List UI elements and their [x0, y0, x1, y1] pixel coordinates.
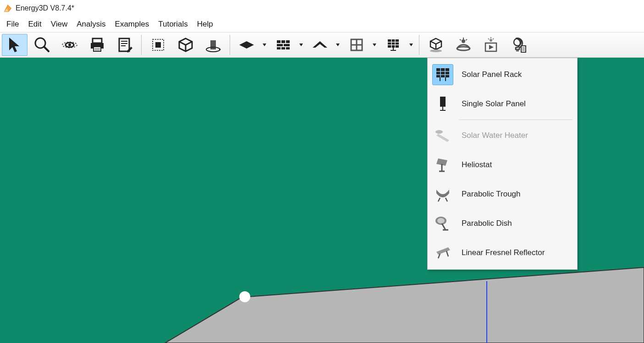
zoom-tool-button[interactable]	[29, 34, 55, 56]
magnifier-icon	[33, 36, 51, 54]
menu-view[interactable]: View	[46, 18, 72, 31]
heliostat-icon	[432, 154, 453, 175]
menu-tutorials[interactable]: Tutorials	[154, 18, 193, 31]
menu-bar: File Edit View Analysis Examples Tutoria…	[0, 16, 644, 32]
wall-tool-button[interactable]	[270, 34, 296, 56]
view-tool-button[interactable]	[57, 34, 83, 56]
foundation-tool-button[interactable]	[234, 34, 259, 56]
dropdown-item-label: Parabolic Trough	[462, 190, 521, 199]
svg-marker-35	[299, 44, 303, 46]
svg-marker-49	[409, 44, 413, 46]
resize-tool-button[interactable]	[145, 34, 171, 56]
cube-tool-button[interactable]	[173, 34, 198, 56]
sun-play-icon	[482, 36, 500, 54]
dropdown-item-solar-panel-rack[interactable]: Solar Panel Rack	[429, 60, 576, 89]
svg-rect-8	[93, 38, 102, 43]
svg-marker-36	[313, 41, 327, 48]
dropdown-item-label: Heliostat	[462, 160, 492, 169]
svg-point-52	[430, 49, 442, 52]
chevron-down-icon	[409, 43, 413, 47]
svg-rect-10	[94, 47, 101, 51]
foundation-icon	[237, 36, 256, 54]
dropdown-item-parabolic-dish[interactable]: Parabolic Dish	[429, 209, 576, 238]
parabolic-trough-icon	[432, 184, 453, 205]
svg-line-55	[460, 39, 461, 40]
dropdown-separator	[459, 120, 572, 120]
dropdown-item-parabolic-trough[interactable]: Parabolic Trough	[429, 180, 576, 209]
dropdown-item-heliostat[interactable]: Heliostat	[429, 150, 576, 180]
cube-icon	[176, 36, 195, 54]
roof-icon	[311, 36, 329, 54]
svg-line-98	[446, 251, 448, 256]
cube-shadow-icon	[427, 36, 445, 54]
energy-tool-button[interactable]	[506, 34, 531, 56]
note-edit-icon	[116, 36, 134, 54]
solar-rack-icon	[432, 64, 453, 85]
solar-panel-icon	[384, 36, 402, 54]
heliodon-tool-button[interactable]	[451, 34, 476, 56]
lightbulb-calc-icon	[509, 36, 528, 54]
solar-tool-button[interactable]	[380, 34, 406, 56]
solar-dropdown-menu: Solar Panel Rack Single Solar Panel Sola…	[427, 58, 578, 270]
shadow-tool-button[interactable]	[423, 34, 449, 56]
svg-marker-63	[489, 45, 494, 49]
window-title: Energy3D V8.7.4*	[16, 4, 74, 12]
svg-rect-22	[210, 40, 216, 49]
svg-rect-42	[388, 39, 399, 48]
dropdown-item-solar-water-heater: Solar Water Heater	[429, 121, 576, 150]
print-tool-button[interactable]	[84, 34, 110, 56]
toolbar-separator	[230, 35, 230, 55]
menu-help[interactable]: Help	[193, 18, 218, 31]
resize-icon	[149, 36, 167, 54]
toolbar-separator	[141, 35, 142, 55]
svg-marker-37	[336, 44, 340, 46]
svg-line-90	[438, 198, 440, 201]
svg-line-56	[466, 39, 467, 40]
svg-point-85	[435, 130, 443, 134]
roof-dropdown-caret[interactable]	[335, 43, 341, 47]
svg-marker-25	[239, 41, 254, 49]
svg-point-7	[68, 44, 71, 46]
svg-point-57	[457, 47, 470, 50]
svg-line-4	[44, 47, 49, 51]
svg-point-73	[239, 291, 250, 302]
svg-marker-26	[263, 44, 266, 46]
svg-point-93	[437, 218, 445, 223]
brick-wall-icon	[274, 36, 292, 54]
svg-marker-96	[436, 247, 450, 255]
app-icon	[3, 3, 13, 13]
svg-rect-19	[155, 42, 161, 48]
chevron-down-icon	[299, 43, 303, 47]
dropdown-item-label: Parabolic Dish	[462, 219, 512, 228]
rotate-tool-button[interactable]	[200, 34, 226, 56]
dropdown-item-label: Linear Fresnel Reflector	[462, 248, 545, 257]
heliodon-icon	[454, 36, 473, 54]
eye-orbit-icon	[61, 36, 79, 54]
dropdown-item-label: Single Solar Panel	[462, 99, 526, 109]
note-tool-button[interactable]	[112, 34, 138, 56]
chevron-down-icon	[372, 43, 377, 47]
svg-marker-86	[436, 134, 449, 142]
window-tool-button[interactable]	[344, 34, 369, 56]
svg-line-91	[446, 198, 447, 201]
wall-dropdown-caret[interactable]	[298, 43, 304, 47]
svg-line-60	[488, 38, 489, 39]
dropdown-item-linear-fresnel[interactable]: Linear Fresnel Reflector	[429, 238, 576, 267]
menu-examples[interactable]: Examples	[110, 18, 154, 31]
printer-icon	[88, 36, 106, 54]
dropdown-item-single-solar-panel[interactable]: Single Solar Panel	[429, 89, 576, 119]
dropdown-item-label: Solar Water Heater	[462, 131, 528, 140]
menu-edit[interactable]: Edit	[23, 18, 46, 31]
svg-rect-13	[119, 38, 129, 51]
roof-tool-button[interactable]	[307, 34, 333, 56]
foundation-dropdown-caret[interactable]	[261, 43, 268, 47]
solar-dropdown-caret[interactable]	[408, 43, 414, 47]
parabolic-dish-icon	[432, 213, 453, 234]
dropdown-item-label: Solar Panel Rack	[462, 70, 522, 79]
window-dropdown-caret[interactable]	[371, 43, 378, 47]
animate-tool-button[interactable]	[478, 34, 504, 56]
solar-water-heater-icon	[432, 125, 453, 146]
select-tool-button[interactable]	[2, 34, 28, 56]
menu-file[interactable]: File	[2, 18, 23, 31]
menu-analysis[interactable]: Analysis	[72, 18, 110, 31]
